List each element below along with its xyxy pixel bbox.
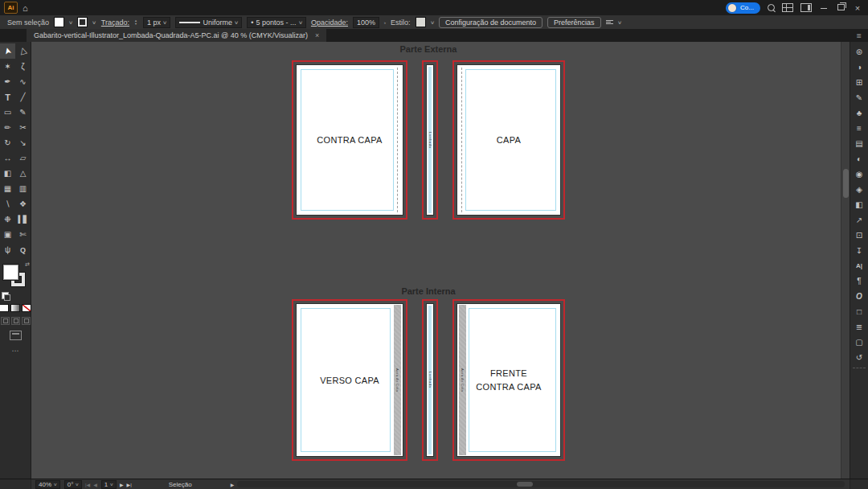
chevron-down-icon[interactable]: ∨	[430, 19, 435, 25]
panel-icon-color-wheel[interactable]: ◉	[851, 166, 867, 182]
stroke-profile-dropdown[interactable]: Uniforme ∨	[175, 17, 242, 28]
panel-icon-asset-export[interactable]: ↧	[851, 243, 867, 258]
tool-scissors[interactable]: ✂	[15, 120, 31, 135]
panel-icon-color-guide[interactable]: ◈	[851, 182, 867, 197]
panel-icon-transform[interactable]: □	[851, 304, 867, 319]
next-artboard-button[interactable]: ▶	[120, 482, 124, 487]
tool-blend[interactable]: ❖	[15, 196, 31, 212]
tool-selection[interactable]: ➤	[0, 43, 15, 59]
tool-pen[interactable]: ✒	[0, 74, 15, 89]
color-button[interactable]	[0, 304, 9, 312]
panel-icon-character[interactable]: A|	[851, 258, 867, 273]
none-button[interactable]	[22, 304, 31, 312]
last-artboard-button[interactable]: ▶|	[127, 482, 132, 487]
preferences-button[interactable]: Preferências	[547, 17, 601, 28]
panel-icon-export[interactable]: ↗	[851, 212, 867, 228]
artboard-frente-contra-capa[interactable]: Área de Cola FRENTE CONTRA CAPA	[452, 299, 565, 461]
window-restore-button[interactable]	[836, 3, 845, 12]
first-artboard-button[interactable]: |◀	[85, 482, 90, 487]
document-setup-button[interactable]: Configuração de documento	[439, 17, 542, 28]
tab-overflow-icon[interactable]: ≣	[856, 32, 862, 39]
tool-artboard[interactable]: ▣	[0, 227, 15, 242]
chevron-down-icon[interactable]: ∨	[162, 19, 167, 25]
zoom-level-dropdown[interactable]: 40% ∨	[35, 480, 60, 489]
artboard-canvas[interactable]: Parte Externa CONTRA CAPA Lombada	[31, 42, 850, 479]
horizontal-scrollbar[interactable]	[237, 481, 845, 487]
default-fill-stroke-icon[interactable]	[2, 292, 9, 299]
tool-symbol-sprayer[interactable]: ❉	[0, 212, 15, 227]
tool-column-graph[interactable]: ▍▋	[15, 212, 31, 227]
edit-toolbar-icon[interactable]: ⋯	[12, 347, 19, 355]
panel-icon-transparency[interactable]: ◐	[851, 151, 867, 166]
tool-mesh[interactable]: ▦	[0, 181, 15, 196]
panel-icon-swatches[interactable]: ⊞	[851, 75, 867, 90]
workspace-switcher-icon[interactable]	[782, 3, 793, 12]
artboard-contra-capa[interactable]: CONTRA CAPA	[292, 60, 407, 220]
panel-icon-symbols[interactable]: ♣	[851, 105, 867, 121]
vertical-scrollbar-thumb[interactable]	[843, 169, 849, 198]
chevron-down-icon[interactable]: ∨	[298, 19, 303, 25]
window-close-button[interactable]: ×	[853, 3, 862, 13]
tool-perspective-grid[interactable]: △	[15, 166, 31, 181]
arrange-documents-icon[interactable]	[800, 3, 812, 12]
fill-color-swatch[interactable]	[54, 17, 64, 27]
chevron-down-icon[interactable]: ∨	[92, 19, 97, 25]
panel-icon-history[interactable]: ↺	[851, 350, 867, 365]
stroke-width-stepper[interactable]: ▲▼	[134, 19, 137, 26]
stroke-width-field[interactable]: 1 px ∨	[143, 17, 170, 28]
tool-width[interactable]: ↔	[0, 150, 15, 166]
panel-icon-libraries[interactable]: ⊛	[851, 44, 867, 60]
tool-line-segment[interactable]: ╱	[15, 89, 31, 105]
graphic-style-swatch[interactable]	[416, 17, 426, 27]
panel-icon-color[interactable]: ◑	[851, 60, 867, 75]
panel-icon-gradient[interactable]: ▤	[851, 136, 867, 151]
opacity-label[interactable]: Opacidade:	[311, 18, 348, 27]
panel-icon-brushes[interactable]: ✎	[851, 90, 867, 105]
align-options-icon[interactable]	[606, 20, 613, 24]
artboard-number-dropdown[interactable]: 1 ∨	[101, 480, 117, 489]
tool-type[interactable]: T	[0, 89, 15, 105]
tool-pencil[interactable]: ✏	[0, 120, 15, 135]
fill-indicator[interactable]	[3, 265, 18, 280]
tool-scale[interactable]: ↘	[15, 135, 31, 150]
panel-icon-document-info[interactable]: ▢	[851, 335, 867, 350]
swap-fill-stroke-icon[interactable]: ⇄	[25, 261, 30, 268]
tool-magic-wand[interactable]: ✶	[0, 59, 15, 74]
chevron-down-icon[interactable]: ∨	[234, 19, 239, 25]
panel-icon-artboards[interactable]: ⊡	[851, 228, 867, 243]
tool-eyedropper[interactable]: ∖	[0, 196, 15, 212]
stroke-label[interactable]: Traçado:	[101, 18, 129, 27]
previous-artboard-button[interactable]: ◀	[93, 482, 97, 487]
artboard-lombada-interna[interactable]: Lombada	[422, 299, 438, 461]
scroll-right-arrow-icon[interactable]: ▶	[231, 482, 235, 487]
tool-zoom[interactable]: Q	[15, 242, 31, 257]
artboard-lombada-externa[interactable]: Lombada	[422, 60, 438, 220]
document-tab[interactable]: Gabarito-vertical-Illustrator_Lombada-Qu…	[27, 29, 326, 42]
rotation-dropdown[interactable]: 0° ∨	[64, 480, 82, 489]
home-icon[interactable]: ⌂	[23, 3, 28, 13]
share-button[interactable]: Co...	[726, 2, 760, 14]
panel-icon-layers[interactable]: ◧	[851, 197, 867, 212]
tool-shape-builder[interactable]: ◧	[0, 166, 15, 181]
artboard-verso-capa[interactable]: Área de Cola VERSO CAPA	[292, 299, 407, 461]
draw-normal-icon[interactable]	[1, 317, 10, 325]
tool-gradient[interactable]: ▥	[15, 181, 31, 196]
stroke-color-swatch[interactable]	[77, 17, 88, 27]
chevron-down-icon[interactable]: ∨	[617, 19, 622, 25]
gradient-button[interactable]	[10, 304, 20, 312]
panel-icon-opentype[interactable]: O	[851, 289, 867, 304]
tool-rectangle[interactable]: ▭	[0, 105, 15, 120]
tool-rotate[interactable]: ↻	[0, 135, 15, 150]
brush-dropdown[interactable]: • 5 pontos - ... ∨	[247, 17, 306, 28]
horizontal-scrollbar-thumb[interactable]	[517, 482, 533, 487]
tool-lasso[interactable]: ζ	[15, 59, 31, 74]
opacity-field[interactable]: 100%	[353, 17, 379, 28]
screen-mode-button[interactable]	[10, 331, 22, 340]
tool-paintbrush[interactable]: ✎	[15, 105, 31, 120]
draw-behind-icon[interactable]	[11, 317, 20, 325]
tool-slice[interactable]: ✄	[15, 227, 31, 242]
chevron-down-icon[interactable]: ∨	[68, 19, 73, 25]
panel-icon-stroke[interactable]: ≡	[851, 121, 867, 136]
panel-icon-align[interactable]: ≣	[851, 319, 867, 335]
chevron-right-icon[interactable]: ›	[384, 20, 387, 25]
